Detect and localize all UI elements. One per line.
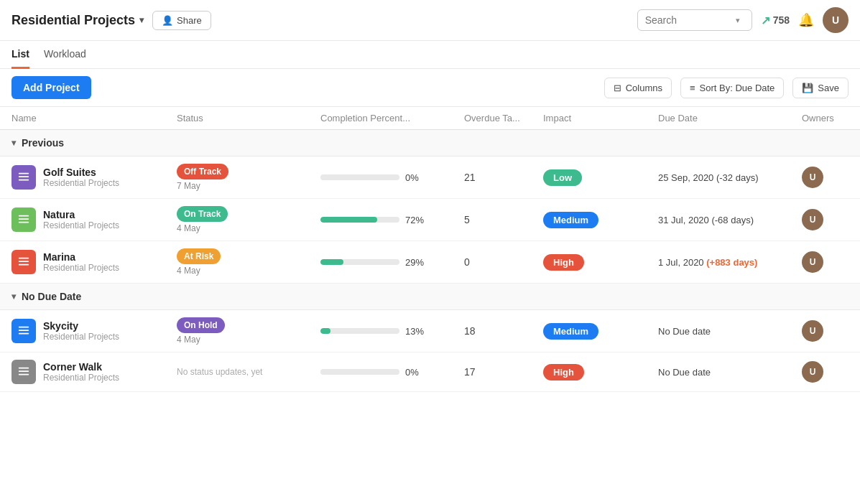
status-date: 4 May — [177, 266, 320, 276]
project-info: Golf Suites Residential Projects — [43, 167, 119, 188]
table-row[interactable]: Natura Residential Projects On Track 4 M… — [0, 199, 860, 241]
section-header-no-due-date[interactable]: ▾ No Due Date — [0, 284, 860, 310]
project-info: Corner Walk Residential Projects — [43, 361, 119, 383]
project-name: Corner Walk — [43, 361, 119, 373]
due-date: 25 Sep, 2020 (-32 days) — [658, 172, 758, 183]
completion-pct: 13% — [405, 326, 424, 337]
svg-rect-10 — [19, 330, 29, 331]
status-cell: At Risk 4 May — [177, 248, 320, 276]
top-bar: Residential Projects ▾ 👤 Share ▾ ↗ 758 🔔… — [0, 0, 860, 41]
owner-avatar: U — [802, 167, 823, 188]
tab-list[interactable]: List — [11, 41, 29, 69]
status-badge: On Hold — [177, 317, 225, 333]
search-chevron-icon[interactable]: ▾ — [736, 16, 740, 25]
save-button[interactable]: 💾 Save — [792, 78, 849, 98]
completion-pct: 72% — [405, 215, 424, 225]
completion-cell: 13% — [320, 326, 464, 337]
table-row[interactable]: Corner Walk Residential Projects No stat… — [0, 353, 860, 392]
col-completion: Completion Percent... — [320, 113, 464, 123]
completion-cell: 72% — [320, 215, 464, 225]
table-row[interactable]: Golf Suites Residential Projects Off Tra… — [0, 157, 860, 199]
owners-cell: U — [802, 209, 860, 230]
tab-workload[interactable]: Workload — [44, 41, 86, 69]
status-date: 4 May — [177, 223, 320, 233]
notification-number: 758 — [773, 14, 790, 26]
tabs-bar: List Workload — [0, 41, 860, 69]
search-input[interactable] — [645, 14, 731, 26]
progress-bar-fill — [320, 328, 330, 334]
table-body: ▾ Previous Golf Suites Residential Proje… — [0, 130, 860, 392]
due-date-cell: No Due date — [658, 326, 802, 337]
share-button[interactable]: 👤 Share — [152, 11, 211, 30]
save-label: Save — [818, 83, 839, 93]
sort-icon: ≡ — [690, 83, 695, 93]
due-date-cell: 31 Jul, 2020 (-68 days) — [658, 215, 802, 225]
owners-cell: U — [802, 361, 860, 383]
completion-pct: 0% — [405, 367, 419, 378]
project-sub: Residential Projects — [43, 373, 119, 383]
user-avatar[interactable]: U — [823, 7, 849, 33]
columns-label: Columns — [626, 83, 662, 93]
section-header-previous[interactable]: ▾ Previous — [0, 130, 860, 157]
svg-rect-14 — [19, 374, 29, 375]
project-icon — [11, 165, 36, 190]
col-name: Name — [11, 113, 177, 123]
bell-icon[interactable]: 🔔 — [798, 12, 814, 28]
svg-rect-3 — [19, 215, 29, 217]
completion-cell: 0% — [320, 172, 464, 183]
project-info: Skycity Residential Projects — [43, 320, 119, 342]
project-sub: Residential Projects — [43, 178, 119, 188]
impact-badge: High — [543, 254, 584, 271]
progress-bar-bg — [320, 328, 399, 334]
project-cell: Golf Suites Residential Projects — [11, 165, 177, 190]
svg-rect-2 — [19, 179, 29, 181]
person-icon: 👤 — [162, 15, 173, 26]
project-icon — [11, 319, 36, 343]
notification-count: ↗ 758 — [761, 14, 790, 27]
impact-badge: Medium — [543, 212, 598, 228]
completion-cell: 0% — [320, 367, 464, 378]
status-badge: On Track — [177, 206, 228, 222]
due-date-overdue: (+883 days) — [706, 257, 757, 268]
svg-rect-5 — [19, 222, 29, 223]
progress-bar-bg — [320, 174, 399, 180]
search-box: ▾ — [637, 9, 752, 31]
status-cell: On Track 4 May — [177, 206, 320, 233]
overdue-count: 21 — [464, 172, 543, 183]
columns-button[interactable]: ⊟ Columns — [604, 78, 672, 98]
progress-bar-fill — [320, 217, 377, 223]
app-title: Residential Projects ▾ — [11, 13, 144, 28]
impact-cell: Medium — [543, 323, 658, 340]
section-label: Previous — [22, 137, 64, 149]
section-label: No Due Date — [22, 291, 81, 302]
add-project-button[interactable]: Add Project — [11, 76, 91, 99]
project-name: Skycity — [43, 320, 119, 332]
impact-badge: Low — [543, 169, 582, 186]
completion-pct: 29% — [405, 257, 424, 268]
due-date: 1 Jul, 2020 — [658, 257, 706, 268]
columns-icon: ⊟ — [614, 83, 621, 93]
title-chevron-icon[interactable]: ▾ — [139, 15, 144, 25]
app-title-text: Residential Projects — [11, 13, 135, 28]
impact-badge: High — [543, 364, 584, 381]
due-date-cell: No Due date — [658, 367, 802, 378]
project-sub: Residential Projects — [43, 220, 119, 230]
owners-cell: U — [802, 251, 860, 273]
overdue-count: 5 — [464, 214, 543, 225]
overdue-count: 18 — [464, 325, 543, 337]
impact-cell: High — [543, 254, 658, 271]
owner-avatar: U — [802, 209, 823, 230]
project-cell: Skycity Residential Projects — [11, 319, 177, 343]
owners-cell: U — [802, 167, 860, 188]
table-row[interactable]: Marina Residential Projects At Risk 4 Ma… — [0, 241, 860, 284]
owners-cell: U — [802, 320, 860, 342]
sort-button[interactable]: ≡ Sort By: Due Date — [680, 78, 784, 98]
impact-cell: Medium — [543, 212, 658, 228]
project-icon — [11, 250, 36, 274]
project-cell: Marina Residential Projects — [11, 250, 177, 274]
due-date: No Due date — [658, 326, 711, 337]
status-cell: On Hold 4 May — [177, 317, 320, 345]
table-row[interactable]: Skycity Residential Projects On Hold 4 M… — [0, 310, 860, 353]
project-cell: Corner Walk Residential Projects — [11, 360, 177, 384]
overdue-count: 0 — [464, 256, 543, 268]
